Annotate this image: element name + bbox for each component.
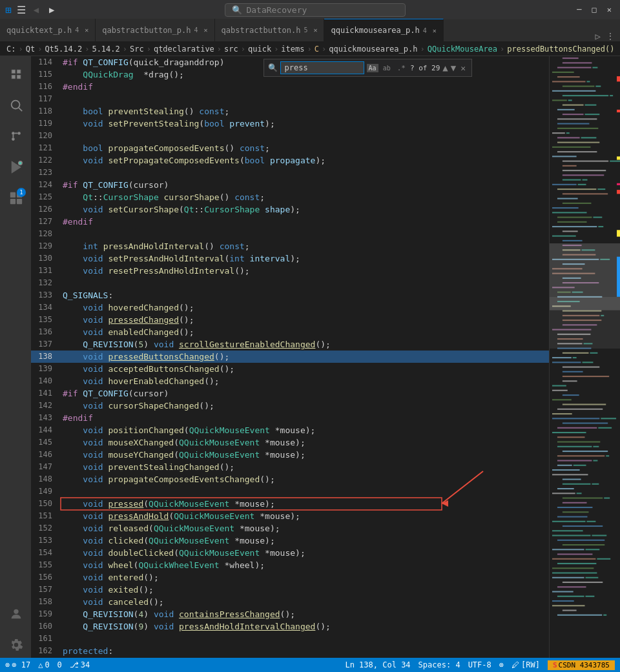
bc-method[interactable]: pressedButtonsChanged()	[507, 45, 614, 54]
close-button[interactable]: ✕	[604, 4, 615, 15]
warning-icon: △	[38, 660, 43, 669]
encoding-text: UTF-8	[468, 660, 491, 669]
bc-c-drive[interactable]: C:	[6, 45, 16, 54]
main-layout: 1 🔍 Aa ab .* ? of 29 ▲ ▼ ✕	[0, 56, 620, 658]
tab-qabstractbutton-p[interactable]: qabstractbutton_p.h 4 ✕	[96, 19, 214, 41]
breadcrumb: C: › Qt › Qt5.14.2 › 5.14.2 › Src › qtde…	[0, 42, 620, 56]
settings-icon[interactable]	[3, 632, 28, 658]
find-input[interactable]	[280, 61, 364, 74]
git-branch: 34	[81, 660, 90, 669]
tab-label: qabstractbutton.h	[222, 26, 301, 35]
status-rw[interactable]: 🖊 [RW]	[512, 660, 540, 669]
tab-close-icon[interactable]: ✕	[313, 26, 317, 34]
code-line: 143#endif	[31, 412, 549, 424]
find-whole-word-btn[interactable]: ab	[381, 64, 393, 72]
editor-area: 🔍 Aa ab .* ? of 29 ▲ ▼ ✕	[31, 56, 549, 658]
find-regex-btn[interactable]: .*	[395, 63, 408, 73]
svg-point-4	[12, 101, 20, 109]
bc-items[interactable]: items	[281, 45, 304, 54]
find-match-case-btn[interactable]: Aa	[367, 64, 378, 72]
code-line: 118 bool preventStealing() const;	[31, 105, 549, 117]
svg-line-5	[19, 108, 22, 111]
search-icon: 🔍	[232, 5, 242, 15]
bc-src[interactable]: Src	[130, 45, 144, 54]
svg-rect-0	[12, 70, 16, 74]
svg-rect-14	[17, 199, 22, 204]
bc-c-type[interactable]: C	[315, 45, 319, 54]
search-icon-activity[interactable]	[3, 92, 28, 118]
code-line: 136 void enabledChanged();	[31, 326, 549, 338]
status-git[interactable]: ⎇ 34	[70, 660, 90, 669]
code-line: 161	[31, 633, 549, 645]
svg-point-10	[19, 161, 22, 165]
bc-src2[interactable]: src	[224, 45, 238, 54]
maximize-button[interactable]: □	[589, 4, 600, 15]
status-encoding[interactable]: UTF-8	[468, 660, 491, 669]
back-button[interactable]: ◀	[31, 3, 41, 16]
title-search-area: 🔍 DataRecovery	[57, 3, 574, 17]
status-info[interactable]: 0	[57, 660, 62, 669]
status-bar: ⊗ ⊗ 17 △ 0 0 ⎇ 34 Ln 138, Col 34 Spaces:…	[0, 658, 620, 672]
forward-button[interactable]: ▶	[46, 3, 57, 16]
tab-actions: ▷ ⋮	[595, 31, 620, 41]
bc-filename[interactable]: qquickmousearea_p.h	[329, 45, 417, 54]
code-line: 159 Q_REVISION(4) void containsPressChan…	[31, 608, 549, 620]
minimap[interactable]	[549, 56, 620, 658]
tab-close-icon[interactable]: ✕	[433, 27, 437, 34]
run-debug-icon[interactable]	[3, 154, 28, 180]
find-search-icon: 🔍	[268, 63, 278, 72]
code-line: 142 void cursorShapeChanged();	[31, 400, 549, 412]
global-search-bar[interactable]: 🔍 DataRecovery	[225, 3, 406, 17]
status-warnings[interactable]: △ 0	[38, 660, 49, 669]
tab-qquicktext[interactable]: qquicktext_p.h 4 ✕	[0, 19, 96, 41]
svg-point-15	[14, 609, 18, 614]
menu-button[interactable]: ☰	[17, 4, 26, 16]
status-eol[interactable]: ⊗	[499, 660, 504, 669]
bc-class[interactable]: QQuickMouseArea	[428, 45, 497, 54]
find-next-btn[interactable]: ▼	[451, 63, 456, 73]
extensions-icon[interactable]: 1	[3, 185, 28, 211]
tab-qabstractbutton[interactable]: qabstractbutton.h 5 ✕	[215, 19, 325, 41]
code-line: 124#if QT_CONFIG(cursor)	[31, 179, 549, 191]
tab-close-icon[interactable]: ✕	[204, 26, 208, 34]
watermark: S CSDN 4343785	[548, 660, 615, 670]
tab-num: 4	[75, 26, 79, 34]
bc-qt[interactable]: Qt	[26, 45, 35, 54]
status-ln-col[interactable]: Ln 138, Col 34	[345, 660, 410, 669]
find-close-btn[interactable]: ✕	[459, 63, 468, 74]
svg-rect-11	[10, 192, 16, 198]
account-icon[interactable]	[3, 601, 28, 627]
code-editor[interactable]: 114#if QT_CONFIG(quick_draganddrop) 115 …	[31, 56, 549, 658]
code-line: 120	[31, 130, 549, 142]
svg-rect-3	[17, 76, 21, 79]
run-button[interactable]: ▷	[595, 31, 601, 41]
code-line: 137 Q_REVISION(5) void scrollGestureEnab…	[31, 338, 549, 351]
minimize-button[interactable]: ─	[574, 4, 584, 15]
find-count: ? of 29	[410, 64, 440, 72]
tab-num: 4	[194, 26, 198, 34]
find-prev-btn[interactable]: ▲	[442, 63, 448, 73]
bc-qtdeclarative[interactable]: qtdeclarative	[154, 45, 214, 54]
code-line: 147 void preventStealingChanged();	[31, 461, 549, 473]
svg-rect-2	[12, 76, 16, 79]
explorer-icon[interactable]	[3, 61, 28, 87]
code-line: 160 Q_REVISION(9) void pressAndHoldInter…	[31, 620, 549, 633]
bc-quick[interactable]: quick	[248, 45, 271, 54]
title-bar-left: ⊞ ☰ ◀ ▶	[5, 3, 57, 16]
code-line: 163 void setHovered(bool);	[31, 657, 549, 658]
bc-qt514[interactable]: Qt5.14.2	[45, 45, 82, 54]
activity-bar: 1	[0, 56, 31, 658]
code-line: 133Q_SIGNALS:	[31, 289, 549, 301]
error-count: ⊗ 17	[12, 660, 30, 669]
status-spaces[interactable]: Spaces: 4	[418, 660, 460, 669]
split-editor-button[interactable]: ⋮	[606, 31, 615, 41]
code-line: 119 void setPreventStealing(bool prevent…	[31, 117, 549, 130]
bc-5142[interactable]: 5.14.2	[92, 45, 119, 54]
code-line: 116#endif	[31, 81, 549, 93]
window-controls: ─ □ ✕	[574, 4, 615, 15]
status-errors[interactable]: ⊗ ⊗ 17	[5, 660, 30, 669]
source-control-icon[interactable]	[3, 123, 28, 149]
search-bar-text: DataRecovery	[246, 5, 307, 15]
tab-close-icon[interactable]: ✕	[85, 26, 88, 34]
tab-qquickmousearea[interactable]: qquickmousearea_p.h 4 ✕	[324, 19, 443, 41]
